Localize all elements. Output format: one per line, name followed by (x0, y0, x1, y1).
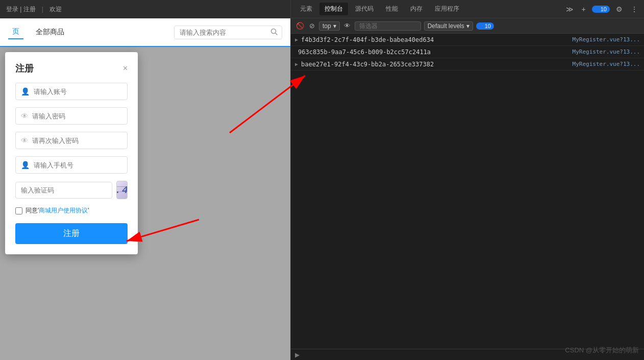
user-icon: 👤 (21, 87, 30, 95)
uuid-text-2: 963c835b-9aa7-45c6-b009-b2cc57c2411a (298, 49, 568, 56)
console-count: 10 (485, 23, 491, 29)
search-box (174, 26, 282, 39)
add-tab-icon[interactable]: + (580, 4, 588, 14)
tab-console[interactable]: 控制台 (319, 3, 348, 15)
triangle-icon-1: ▶ (295, 37, 298, 42)
login-register-link[interactable]: 登录 | 注册 (6, 5, 36, 14)
website-header: 页 全部商品 (0, 18, 290, 47)
phone-icon: 👤 (21, 161, 30, 169)
badge-dot (595, 7, 599, 11)
agreement-link[interactable]: 商城用户使用协议 (39, 207, 88, 214)
console-badge-dot (479, 24, 483, 28)
top-label: top (323, 22, 331, 30)
nav-item-all-products[interactable]: 全部商品 (32, 26, 68, 39)
levels-dropdown[interactable]: Default levels ▾ (424, 21, 473, 31)
close-button[interactable]: × (123, 64, 128, 73)
tab-application[interactable]: 应用程序 (430, 3, 464, 15)
confirm-password-input[interactable] (32, 137, 122, 145)
tab-source[interactable]: 源代码 (350, 3, 379, 15)
eye-filter-icon[interactable]: 👁 (343, 21, 352, 31)
account-field: 👤 (15, 83, 128, 100)
levels-arrow-icon: ▾ (466, 22, 469, 30)
console-row-3: ▶ baee27e1-92f4-43c9-bb2a-2653ce337382 M… (291, 58, 644, 70)
dialog-header: 注册 × (15, 62, 128, 75)
levels-label: Default levels (428, 22, 464, 30)
captcha-image[interactable]: 0.47 (116, 181, 128, 199)
devtools-tabbar: 元素 控制台 源代码 性能 内存 应用程序 ≫ + 10 ⚙ ⋮ (291, 0, 644, 18)
uuid-text-1: f4b3d3f2-2c7f-404f-b3de-babea40ed634 (301, 36, 568, 43)
search-input[interactable] (175, 27, 266, 38)
phone-field: 👤 (15, 156, 128, 174)
register-dialog: 注册 × 👤 👁 👁 👤 0.47 (5, 52, 138, 254)
top-context-dropdown[interactable]: top ▾ (319, 21, 340, 31)
website-navbar: 登录 | 注册 | 欢迎 (0, 0, 290, 18)
svg-line-1 (276, 33, 278, 35)
csdn-watermark: CSDN @从零开始的萌新 (565, 346, 639, 355)
more-tabs-icon[interactable]: ≫ (564, 4, 576, 14)
confirm-password-field: 👁 (15, 132, 128, 149)
error-count: 10 (601, 6, 607, 12)
agree-row: 同意'商城用户使用协议' (15, 206, 128, 215)
password-field: 👁 (15, 107, 128, 125)
captcha-input[interactable] (15, 182, 112, 199)
console-count-badge: 10 (476, 22, 494, 30)
console-row-1: ▶ f4b3d3f2-2c7f-404f-b3de-babea40ed634 M… (291, 34, 644, 46)
source-link-3[interactable]: MyRegister.vue?13... (573, 61, 640, 67)
tab-performance[interactable]: 性能 (381, 3, 403, 15)
tab-memory[interactable]: 内存 (405, 3, 428, 15)
agree-label: 同意'商城用户使用协议' (26, 206, 89, 215)
uuid-text-3: baee27e1-92f4-43c9-bb2a-2653ce337382 (301, 61, 568, 68)
triangle-icon-3: ▶ (295, 61, 298, 67)
console-content: ▶ f4b3d3f2-2c7f-404f-b3de-babea40ed634 M… (291, 34, 644, 349)
source-link-2[interactable]: MyRegister.vue?13... (573, 49, 640, 55)
filter-icon[interactable]: ⊘ (308, 21, 316, 31)
phone-input[interactable] (34, 161, 122, 169)
console-toolbar: 🚫 ⊘ top ▾ 👁 Default levels ▾ 10 (291, 18, 644, 34)
account-input[interactable] (34, 88, 122, 95)
dropdown-arrow-icon: ▾ (333, 22, 336, 30)
register-button[interactable]: 注册 (15, 223, 128, 244)
console-prompt: ▶ (295, 351, 300, 358)
website-content: 注册 × 👤 👁 👁 👤 0.47 (0, 47, 290, 360)
settings-icon[interactable]: ⚙ (614, 4, 625, 14)
welcome-text: 欢迎 (49, 5, 62, 14)
filter-input[interactable] (355, 21, 421, 31)
tab-elements[interactable]: 元素 (295, 3, 317, 15)
website-area: 登录 | 注册 | 欢迎 页 全部商品 注册 × 👤 (0, 0, 290, 360)
error-count-badge: 10 (592, 6, 610, 13)
eye-icon: 👁 (21, 112, 28, 120)
agree-checkbox[interactable] (15, 207, 22, 214)
console-row-2: 963c835b-9aa7-45c6-b009-b2cc57c2411a MyR… (291, 46, 644, 58)
password-input[interactable] (32, 112, 122, 120)
devtools-panel: 元素 控制台 源代码 性能 内存 应用程序 ≫ + 10 ⚙ ⋮ 🚫 ⊘ top… (290, 0, 644, 360)
eye-confirm-icon: 👁 (21, 136, 28, 145)
devtools-tab-icons: ≫ + 10 ⚙ ⋮ (564, 4, 640, 14)
nav-item-home[interactable]: 页 (8, 25, 23, 39)
dialog-title: 注册 (15, 62, 34, 75)
source-link-1[interactable]: MyRegister.vue?13... (573, 36, 640, 43)
clear-console-icon[interactable]: 🚫 (295, 21, 305, 31)
customize-icon[interactable]: ⋮ (629, 4, 640, 14)
separator: | (42, 6, 43, 13)
search-button[interactable] (266, 26, 282, 39)
captcha-row: 0.47 (15, 181, 128, 199)
